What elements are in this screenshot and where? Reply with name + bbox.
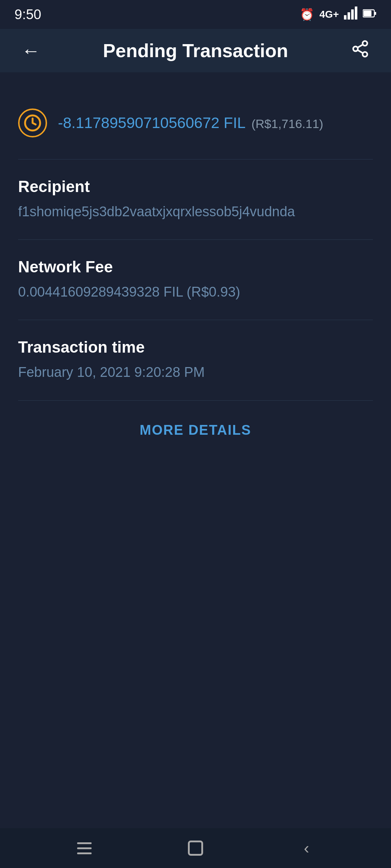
recipient-section: Recipient f1shomiqe5js3db2vaatxjxqrxless… <box>18 159 373 239</box>
svg-line-10 <box>358 50 363 53</box>
network-icon: 4G+ <box>319 9 339 20</box>
main-content: -8.11789590710560672 FIL (R$1,716.11) Re… <box>0 72 391 460</box>
amount-fil: -8.11789590710560672 FIL <box>58 114 245 132</box>
back-chevron-icon: ‹ <box>304 839 309 857</box>
recipient-address: f1shomiqe5js3db2vaatxjxqrxlessob5j4vudnd… <box>18 202 373 221</box>
back-arrow-icon: ← <box>21 40 40 61</box>
bottom-nav-menu[interactable] <box>66 834 102 863</box>
svg-rect-3 <box>355 7 357 20</box>
network-fee-section: Network Fee 0.00441609289439328 FIL (R$0… <box>18 240 373 320</box>
svg-rect-2 <box>351 9 354 20</box>
amount-fiat: (R$1,716.11) <box>251 117 323 131</box>
network-fee-value: 0.00441609289439328 FIL (R$0.93) <box>18 282 373 302</box>
amount-section: -8.11789590710560672 FIL (R$1,716.11) <box>18 94 373 159</box>
status-bar: 9:50 ⏰ 4G+ <box>0 0 391 29</box>
signal-icon <box>344 7 358 22</box>
square-icon <box>188 841 203 856</box>
share-icon <box>351 39 370 62</box>
transaction-amount: -8.11789590710560672 FIL (R$1,716.11) <box>58 114 323 132</box>
svg-line-11 <box>358 44 363 48</box>
more-details-section: MORE DETAILS <box>18 401 373 460</box>
page-title: Pending Transaction <box>103 40 288 61</box>
bottom-nav: ‹ <box>0 828 391 868</box>
transaction-time-label: Transaction time <box>18 338 373 356</box>
more-details-button[interactable]: MORE DETAILS <box>140 422 251 438</box>
status-icons: ⏰ 4G+ <box>300 7 377 22</box>
alarm-icon: ⏰ <box>300 8 314 21</box>
back-button[interactable]: ← <box>18 38 43 63</box>
menu-icon <box>77 842 92 854</box>
svg-rect-5 <box>375 12 376 15</box>
transaction-time-value: February 10, 2021 9:20:28 PM <box>18 363 373 382</box>
svg-rect-0 <box>344 15 346 20</box>
nav-bar: ← Pending Transaction <box>0 29 391 72</box>
recipient-label: Recipient <box>18 178 373 196</box>
status-time: 9:50 <box>14 7 41 22</box>
bottom-nav-back[interactable]: ‹ <box>289 834 325 863</box>
svg-rect-6 <box>363 10 371 16</box>
network-fee-label: Network Fee <box>18 258 373 276</box>
bottom-nav-home[interactable] <box>177 834 214 863</box>
svg-rect-1 <box>348 12 350 20</box>
battery-icon <box>363 8 377 21</box>
transaction-time-section: Transaction time February 10, 2021 9:20:… <box>18 320 373 400</box>
share-button[interactable] <box>348 38 373 63</box>
pending-clock-icon <box>18 109 47 137</box>
